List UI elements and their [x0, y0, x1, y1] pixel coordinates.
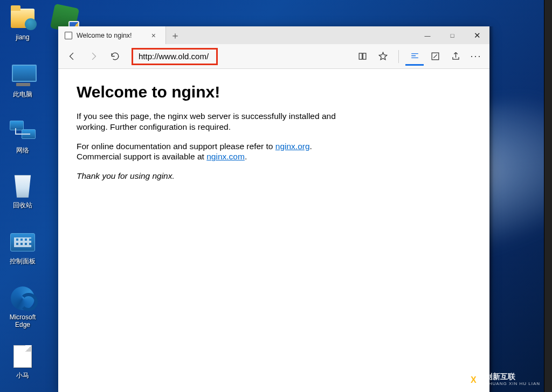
address-bar-highlight	[132, 48, 218, 65]
share-button[interactable]	[446, 47, 465, 66]
tab-title: Welcome to nginx!	[77, 32, 132, 39]
page-content: Welcome to nginx! If you see this page, …	[58, 69, 489, 392]
paragraph-docs: For online documentation and support ple…	[77, 141, 357, 163]
browser-window: Welcome to nginx! × ＋ — □ ✕	[58, 26, 489, 392]
hub-button[interactable]	[405, 47, 424, 66]
tab-bar: Welcome to nginx! × ＋ — □ ✕	[58, 26, 489, 44]
link-nginx-org[interactable]: nginx.org	[275, 142, 310, 151]
close-window-button[interactable]: ✕	[465, 26, 489, 44]
refresh-button[interactable]	[106, 47, 124, 66]
address-bar[interactable]	[139, 52, 211, 61]
computer-icon	[10, 65, 36, 86]
page-heading: Welcome to nginx!	[77, 83, 471, 101]
edge-icon	[11, 286, 34, 310]
link-nginx-com[interactable]: nginx.com	[206, 152, 245, 161]
minimize-button[interactable]: —	[415, 26, 440, 44]
paragraph-intro: If you see this page, the nginx web serv…	[77, 111, 357, 132]
tab-active[interactable]: Welcome to nginx! ×	[58, 26, 166, 44]
reading-view-button[interactable]	[353, 47, 371, 66]
book-icon	[357, 51, 368, 61]
control-panel-icon	[10, 233, 35, 251]
desktop-icon-network[interactable]: 网络	[2, 118, 43, 154]
desktop-icon-user-folder[interactable]: jiang	[2, 5, 43, 41]
favorite-button[interactable]	[374, 47, 392, 66]
watermark: X 创新互联 CHUANG XIN HU LIAN	[466, 373, 540, 388]
desktop-label: 此电脑	[13, 90, 32, 98]
watermark-text-pinyin: CHUANG XIN HU LIAN	[485, 380, 540, 388]
separator	[398, 50, 399, 63]
star-icon	[378, 51, 388, 61]
recycle-bin-icon	[13, 175, 32, 198]
notes-button[interactable]	[426, 47, 444, 66]
desktop-label: 控制面板	[10, 257, 36, 265]
desktop-label: 回收站	[13, 201, 32, 209]
arrow-right-icon	[88, 51, 99, 61]
desktop-label: 小马	[16, 372, 29, 379]
desktop-label: jiang	[16, 33, 29, 41]
hub-lines-icon	[410, 51, 420, 61]
forward-button[interactable]	[84, 47, 102, 66]
watermark-logo-icon: X	[463, 369, 484, 391]
desktop-icon-recycle-bin[interactable]: 回收站	[2, 173, 43, 209]
maximize-button[interactable]: □	[440, 26, 465, 44]
desktop-icon-edge[interactable]: Microsoft Edge	[2, 285, 43, 328]
folder-user-icon	[11, 9, 34, 28]
refresh-icon	[110, 51, 120, 61]
window-controls: — □ ✕	[415, 26, 489, 44]
desktop-icon-control-panel[interactable]: 控制面板	[2, 229, 43, 265]
desktop-label: 网络	[16, 146, 29, 154]
arrow-left-icon	[67, 51, 77, 61]
desktop-icon-xiaoma[interactable]: 小马	[2, 344, 43, 379]
text-file-icon	[13, 345, 32, 368]
watermark-text-zh: 创新互联	[485, 373, 540, 380]
more-options-button[interactable]: ···	[467, 51, 485, 62]
desktop-label: Microsoft Edge	[3, 313, 43, 328]
back-button[interactable]	[63, 47, 81, 66]
close-tab-button[interactable]: ×	[148, 31, 159, 40]
page-icon	[65, 32, 72, 39]
paragraph-thanks: Thank you for using nginx.	[77, 171, 357, 181]
toolbar: ···	[58, 44, 489, 69]
share-icon	[451, 51, 461, 61]
new-tab-button[interactable]: ＋	[166, 26, 184, 44]
desktop-icon-this-pc[interactable]: 此电脑	[2, 62, 43, 98]
note-pen-icon	[430, 51, 440, 61]
network-icon	[10, 121, 36, 142]
